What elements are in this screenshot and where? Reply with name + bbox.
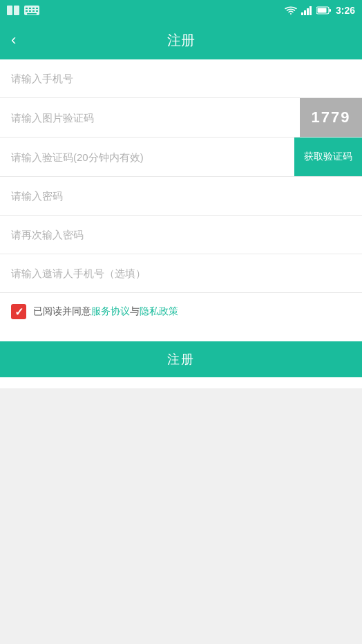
svg-rect-6 xyxy=(36,8,38,9)
signal-icon xyxy=(301,6,312,15)
svg-rect-11 xyxy=(27,13,37,15)
status-time: 3:26 xyxy=(336,5,355,16)
form-container: 1779 获取验证码 ✓ 已阅读并同意服务协议与隐私政策 注册 xyxy=(0,59,362,388)
nav-bar: ‹ 注册 xyxy=(0,21,362,59)
svg-rect-4 xyxy=(29,8,31,9)
bottom-area xyxy=(0,388,362,596)
confirm-password-input[interactable] xyxy=(0,216,362,254)
wifi-icon xyxy=(285,6,297,15)
verify-code-row: 获取验证码 xyxy=(0,138,362,177)
privacy-policy-link[interactable]: 隐私政策 xyxy=(140,305,178,316)
svg-rect-1 xyxy=(14,6,19,15)
svg-rect-3 xyxy=(26,8,28,9)
battery-icon xyxy=(316,6,332,15)
svg-rect-15 xyxy=(309,6,312,15)
svg-rect-0 xyxy=(7,6,12,15)
service-agreement-link[interactable]: 服务协议 xyxy=(91,305,130,316)
svg-rect-17 xyxy=(329,9,331,12)
verify-code-input[interactable] xyxy=(0,138,294,176)
svg-rect-18 xyxy=(317,8,326,13)
svg-rect-5 xyxy=(32,8,35,9)
app-icon-1 xyxy=(7,6,21,15)
svg-rect-14 xyxy=(307,8,309,15)
svg-rect-12 xyxy=(301,12,303,15)
register-btn-container: 注册 xyxy=(0,330,362,388)
captcha-image[interactable]: 1779 xyxy=(300,98,362,137)
agreement-row: ✓ 已阅读并同意服务协议与隐私政策 xyxy=(0,293,362,330)
phone-input[interactable] xyxy=(0,59,362,98)
svg-rect-13 xyxy=(304,10,306,15)
keyboard-icon xyxy=(24,6,39,15)
status-bar: 3:26 xyxy=(0,0,362,21)
agreement-checkbox[interactable]: ✓ xyxy=(11,304,26,319)
invite-phone-input[interactable] xyxy=(0,254,362,293)
svg-rect-8 xyxy=(29,10,31,12)
checkmark-icon: ✓ xyxy=(15,305,23,319)
agreement-text: 已阅读并同意服务协议与隐私政策 xyxy=(33,305,178,318)
page-title: 注册 xyxy=(167,31,195,50)
back-button[interactable]: ‹ xyxy=(11,31,16,49)
get-verify-code-button[interactable]: 获取验证码 xyxy=(294,138,362,176)
svg-rect-10 xyxy=(36,10,38,12)
captcha-input[interactable] xyxy=(0,98,300,137)
captcha-row: 1779 xyxy=(0,98,362,138)
register-button[interactable]: 注册 xyxy=(0,341,362,377)
svg-rect-7 xyxy=(26,10,28,12)
password-input[interactable] xyxy=(0,177,362,216)
svg-rect-9 xyxy=(32,10,35,12)
